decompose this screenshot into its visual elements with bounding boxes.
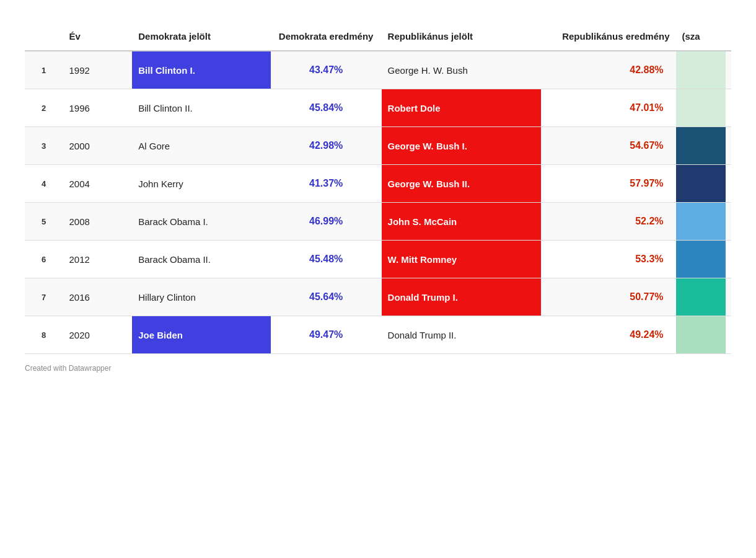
rep-result: 49.24%: [541, 316, 676, 354]
rep-result: 54.67%: [541, 127, 676, 165]
row-num: 6: [25, 241, 63, 278]
table-row: 82020Joe Biden49.47%Donald Trump II.49.2…: [25, 316, 731, 354]
dem-result: 45.64%: [271, 278, 382, 316]
row-year: 1996: [63, 89, 132, 127]
dem-candidate: Barack Obama II.: [132, 241, 271, 278]
rep-candidate: Robert Dole: [382, 89, 541, 127]
bar-cell: [676, 316, 731, 354]
table-row: 72016Hillary Clinton45.64%Donald Trump I…: [25, 278, 731, 316]
row-year: 2004: [63, 165, 132, 203]
rep-candidate: Donald Trump I.: [382, 278, 541, 316]
dem-result: 43.47%: [271, 51, 382, 89]
dem-result: 45.84%: [271, 89, 382, 127]
col-header-num: [25, 25, 63, 51]
rep-result: 42.88%: [541, 51, 676, 89]
dem-result: 42.98%: [271, 127, 382, 165]
table-row: 52008Barack Obama I.46.99%John S. McCain…: [25, 203, 731, 241]
rep-result: 47.01%: [541, 89, 676, 127]
bar-cell: [676, 89, 731, 127]
bar-cell: [676, 165, 731, 203]
table-row: 21996Bill Clinton II.45.84%Robert Dole47…: [25, 89, 731, 127]
header-row: Év Demokrata jelölt Demokrata eredmény R…: [25, 25, 731, 51]
row-num: 1: [25, 51, 63, 89]
row-num: 7: [25, 278, 63, 316]
row-year: 2008: [63, 203, 132, 241]
rep-candidate: W. Mitt Romney: [382, 241, 541, 278]
table-row: 11992Bill Clinton I.43.47%George H. W. B…: [25, 51, 731, 89]
bar-visual: [676, 278, 726, 316]
bar-visual: [676, 51, 726, 89]
rep-candidate: Donald Trump II.: [382, 316, 541, 354]
dem-candidate: Al Gore: [132, 127, 271, 165]
rep-candidate: George H. W. Bush: [382, 51, 541, 89]
rep-candidate: George W. Bush II.: [382, 165, 541, 203]
dem-result: 45.48%: [271, 241, 382, 278]
bar-visual: [676, 203, 726, 240]
dem-candidate: Barack Obama I.: [132, 203, 271, 241]
table-row: 62012Barack Obama II.45.48%W. Mitt Romne…: [25, 241, 731, 278]
dem-candidate: Hillary Clinton: [132, 278, 271, 316]
row-num: 8: [25, 316, 63, 354]
rep-result: 53.3%: [541, 241, 676, 278]
bar-cell: [676, 278, 731, 316]
bar-visual: [676, 165, 726, 202]
table-container: Év Demokrata jelölt Demokrata eredmény R…: [12, 12, 744, 354]
row-year: 2000: [63, 127, 132, 165]
election-table: Év Demokrata jelölt Demokrata eredmény R…: [25, 25, 731, 354]
col-header-dem-res: Demokrata eredmény: [271, 25, 382, 51]
bar-cell: [676, 127, 731, 165]
table-row: 32000Al Gore42.98%George W. Bush I.54.67…: [25, 127, 731, 165]
bar-visual: [676, 241, 726, 278]
bar-visual: [676, 89, 726, 126]
bar-visual: [676, 127, 726, 164]
dem-result: 41.37%: [271, 165, 382, 203]
dem-result: 49.47%: [271, 316, 382, 354]
rep-result: 57.97%: [541, 165, 676, 203]
rep-result: 52.2%: [541, 203, 676, 241]
row-num: 5: [25, 203, 63, 241]
bar-visual: [676, 316, 726, 353]
table-row: 42004John Kerry41.37%George W. Bush II.5…: [25, 165, 731, 203]
rep-candidate: George W. Bush I.: [382, 127, 541, 165]
dem-result: 46.99%: [271, 203, 382, 241]
dem-candidate: Bill Clinton II.: [132, 89, 271, 127]
bar-cell: [676, 51, 731, 89]
row-num: 2: [25, 89, 63, 127]
row-year: 2020: [63, 316, 132, 354]
dem-candidate: John Kerry: [132, 165, 271, 203]
col-header-dem-cand: Demokrata jelölt: [132, 25, 271, 51]
col-header-rep-res: Republikánus eredmény: [541, 25, 676, 51]
footer-text: Created with Datawrapper: [12, 354, 744, 379]
bar-cell: [676, 203, 731, 241]
row-year: 2012: [63, 241, 132, 278]
row-num: 3: [25, 127, 63, 165]
col-header-rep-cand: Republikánus jelölt: [382, 25, 541, 51]
row-year: 2016: [63, 278, 132, 316]
table-outer: Év Demokrata jelölt Demokrata eredmény R…: [12, 12, 744, 379]
bar-cell: [676, 241, 731, 278]
row-year: 1992: [63, 51, 132, 89]
rep-result: 50.77%: [541, 278, 676, 316]
rep-candidate: John S. McCain: [382, 203, 541, 241]
dem-candidate: Bill Clinton I.: [132, 51, 271, 89]
row-num: 4: [25, 165, 63, 203]
col-header-year: Év: [63, 25, 132, 51]
dem-candidate: Joe Biden: [132, 316, 271, 354]
table-body: 11992Bill Clinton I.43.47%George H. W. B…: [25, 51, 731, 354]
col-header-extra: (sza: [676, 25, 731, 51]
